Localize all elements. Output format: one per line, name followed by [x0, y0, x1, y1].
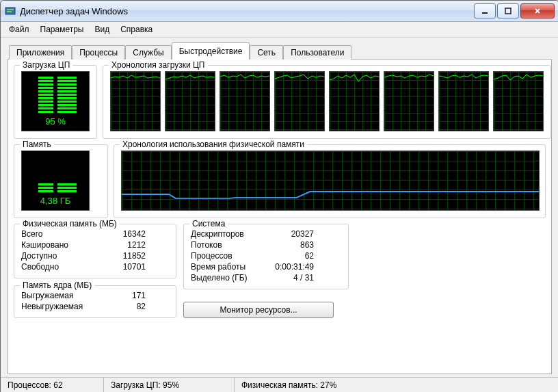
menubar: Файл Параметры Вид Справка [1, 22, 558, 38]
physmem-free: 10701 [103, 261, 146, 272]
sys-commit: 4 / 31 [266, 272, 314, 283]
sys-threads: 863 [266, 239, 314, 250]
sys-processes-label: Процессов [191, 250, 266, 261]
physmem-available-label: Доступно [21, 250, 103, 261]
cpu-chart-3 [274, 71, 325, 131]
physmem-total-label: Всего [21, 228, 103, 239]
tab-network[interactable]: Сеть [250, 45, 283, 60]
mem-history-label: Хронология использования физической памя… [120, 140, 307, 149]
app-icon [5, 5, 16, 16]
kernel-paged-label: Выгружаемая [21, 290, 103, 301]
tab-users[interactable]: Пользователи [283, 45, 351, 60]
tab-services[interactable]: Службы [125, 45, 171, 60]
menu-view[interactable]: Вид [89, 23, 115, 36]
minimize-button[interactable] [474, 3, 496, 18]
kernel-table: Выгружаемая171 Невыгружаемая82 [21, 290, 146, 312]
sys-commit-label: Выделено (ГБ) [191, 272, 266, 283]
svg-rect-4 [505, 8, 511, 14]
physmem-cached: 1212 [103, 239, 146, 250]
cpu-gauge-label: Загрузка ЦП [20, 60, 72, 70]
mem-history-chart [121, 151, 540, 211]
content-area: Приложения Процессы Службы Быстродействи… [1, 38, 558, 377]
physmem-free-label: Свободно [21, 261, 103, 272]
cpu-history-label: Хронология загрузки ЦП [109, 60, 208, 70]
sys-handles-label: Дескрипторов [191, 228, 266, 239]
tab-strip: Приложения Процессы Службы Быстродействи… [8, 42, 552, 60]
svg-rect-2 [7, 11, 12, 12]
physmem-group: Физическая память (МБ) Всего16342 Кэширо… [14, 224, 176, 278]
menu-options[interactable]: Параметры [35, 23, 90, 36]
tab-processes[interactable]: Процессы [72, 45, 125, 60]
system-table: Дескрипторов20327 Потоков863 Процессов62… [191, 228, 314, 283]
physmem-table: Всего16342 Кэшировано1212 Доступно11852 … [21, 228, 146, 272]
maximize-button[interactable] [497, 3, 519, 18]
sys-processes: 62 [266, 250, 314, 261]
status-processes: Процессов: 62 [1, 378, 104, 392]
cpu-history-group: Хронология загрузки ЦП [103, 65, 551, 139]
status-cpu: Загрузка ЦП: 95% [104, 378, 235, 392]
cpu-chart-1 [165, 71, 215, 131]
window-title: Диспетчер задач Windows [20, 6, 473, 16]
mem-gauge: 4,38 ГБ [21, 151, 90, 211]
sys-uptime: 0:00:31:49 [266, 261, 314, 272]
tab-performance[interactable]: Быстродействие [172, 42, 250, 60]
kernel-nonpaged: 82 [103, 301, 146, 312]
resource-monitor-button[interactable]: Монитор ресурсов... [183, 302, 334, 318]
svg-rect-1 [7, 9, 14, 10]
cpu-gauge-group: Загрузка ЦП 95 % [14, 65, 97, 139]
menu-help[interactable]: Справка [115, 23, 158, 36]
titlebar[interactable]: Диспетчер задач Windows [1, 1, 558, 22]
mem-gauge-value: 4,38 ГБ [40, 196, 70, 206]
cpu-chart-4 [329, 71, 380, 131]
cpu-gauge-value: 95 % [45, 116, 66, 127]
tab-applications[interactable]: Приложения [9, 45, 72, 60]
cpu-gauge: 95 % [21, 71, 90, 131]
taskmgr-window: Диспетчер задач Windows Файл Параметры В… [0, 0, 558, 392]
cpu-chart-7 [493, 71, 544, 131]
system-title: Система [189, 219, 228, 228]
cpu-chart-5 [384, 71, 434, 131]
status-mem: Физическая память: 27% [235, 378, 343, 392]
physmem-total: 16342 [103, 228, 146, 239]
mem-gauge-group: Память 4,38 ГБ [14, 144, 108, 218]
menu-file[interactable]: Файл [3, 23, 35, 36]
performance-panel: Загрузка ЦП 95 % Хронология загрузки ЦП [8, 60, 552, 374]
close-button[interactable] [520, 3, 555, 18]
mem-gauge-label: Память [20, 140, 54, 149]
kernel-group: Память ядра (МБ) Выгружаемая171 Невыгруж… [14, 285, 176, 318]
cpu-chart-0 [110, 71, 161, 131]
physmem-available: 11852 [103, 250, 146, 261]
cpu-chart-6 [438, 71, 489, 131]
physmem-cached-label: Кэшировано [21, 239, 103, 250]
system-group: Система Дескрипторов20327 Потоков863 Про… [183, 224, 349, 289]
sys-threads-label: Потоков [191, 239, 266, 250]
physmem-title: Физическая память (МБ) [20, 219, 120, 228]
kernel-paged: 171 [103, 290, 146, 301]
cpu-history-strip [110, 71, 544, 131]
mem-history-group: Хронология использования физической памя… [114, 144, 546, 218]
window-controls [473, 3, 555, 18]
cpu-chart-2 [220, 71, 270, 131]
sys-uptime-label: Время работы [191, 261, 266, 272]
kernel-nonpaged-label: Невыгружаемая [21, 301, 103, 312]
sys-handles: 20327 [266, 228, 314, 239]
statusbar: Процессов: 62 Загрузка ЦП: 95% Физическа… [1, 377, 558, 392]
kernel-title: Память ядра (МБ) [20, 280, 94, 290]
